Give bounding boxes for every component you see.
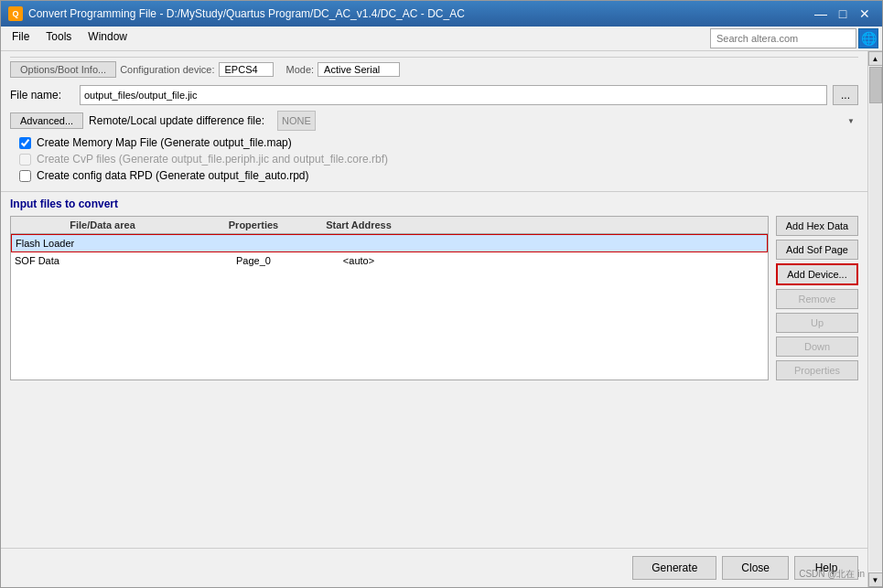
files-table: File/Data area Properties Start Address … [10,216,769,380]
menu-file[interactable]: File [5,28,37,48]
side-buttons: Add Hex Data Add Sof Page Add Device... … [776,216,858,380]
options-boot-button[interactable]: Options/Boot Info... [10,61,116,78]
row2-address: <auto> [313,255,404,266]
top-section: Options/Boot Info... Configuration devic… [1,51,867,192]
app-icon: Q [8,6,23,21]
add-sof-page-button[interactable]: Add Sof Page [776,240,858,260]
table-header: File/Data area Properties Start Address [11,217,768,234]
menu-tools[interactable]: Tools [38,28,79,48]
row1-file: Flash Loader [16,238,195,249]
properties-button[interactable]: Properties [776,360,858,380]
main-window: Q Convert Programming File - D:/MyStudy/… [0,0,883,588]
scrollbar: ▲ ▼ [867,51,882,587]
col-address-header: Start Address [313,219,404,230]
create-config-rpd-label: Create config data RPD (Generate output_… [37,169,309,182]
maximize-button[interactable]: □ [833,5,853,22]
create-memory-map-checkbox[interactable] [19,137,31,149]
scroll-track [869,67,882,572]
add-hex-data-button[interactable]: Add Hex Data [776,216,858,236]
create-config-rpd-checkbox[interactable] [19,170,31,182]
close-button-bottom[interactable]: Close [722,556,789,580]
config-device-label: Configuration device: [120,64,214,75]
table-row[interactable]: SOF Data Page_0 <auto> [11,252,768,269]
close-button[interactable]: ✕ [855,5,875,22]
down-button[interactable]: Down [776,337,858,357]
input-section: Input files to convert File/Data area Pr… [1,192,867,548]
row2-file: SOF Data [15,255,194,266]
options-row: Options/Boot Info... Configuration devic… [10,57,858,78]
remote-row: Advanced... Remote/Local update differen… [10,111,858,131]
file-name-input[interactable] [80,85,827,105]
config-device-value: EPCS4 [219,62,274,77]
watermark: CSDN @北在 in [799,568,865,581]
scroll-down-button[interactable]: ▼ [868,572,883,587]
search-globe-icon[interactable]: 🌐 [858,28,878,48]
chevron-down-icon: ▼ [847,117,855,125]
mode-label: Mode: [286,64,315,75]
cb1-row: Create Memory Map File (Generate output_… [19,136,858,149]
main-panel: Options/Boot Info... Configuration devic… [1,51,867,587]
input-content: File/Data area Properties Start Address … [10,216,858,380]
title-bar-left: Q Convert Programming File - D:/MyStudy/… [8,6,465,21]
mode-value: Active Serial [318,62,400,77]
browse-button[interactable]: ... [833,85,858,105]
row2-properties: Page_0 [194,255,313,266]
file-name-row: File name: ... [10,85,858,105]
minimize-button[interactable]: — [811,5,831,22]
scroll-up-button[interactable]: ▲ [868,51,883,66]
up-button[interactable]: Up [776,313,858,333]
create-memory-map-label: Create Memory Map File (Generate output_… [37,136,292,149]
menu-bar: File Tools Window 🌐 [1,27,882,51]
window-title: Convert Programming File - D:/MyStudy/Qu… [28,7,465,20]
add-device-button[interactable]: Add Device... [776,263,858,285]
create-cvp-label: Create CvP files (Generate output_file.p… [37,153,388,166]
bottom-bar: Generate Close Help [1,548,867,587]
cb2-row: Create CvP files (Generate output_file.p… [19,153,858,166]
title-controls: — □ ✕ [811,5,875,22]
create-cvp-checkbox[interactable] [19,154,31,166]
remote-select-wrapper: NONE ▼ [277,111,858,131]
search-input[interactable] [710,28,856,48]
remote-select[interactable]: NONE [277,111,316,131]
scroll-thumb[interactable] [869,67,882,103]
table-row[interactable]: Flash Loader [11,234,768,252]
generate-button[interactable]: Generate [632,556,716,580]
menu-window[interactable]: Window [81,28,135,48]
file-name-label: File name: [10,89,74,102]
col-file-header: File/Data area [11,219,194,230]
content-area: Options/Boot Info... Configuration devic… [1,51,882,587]
remote-label: Remote/Local update difference file: [89,114,272,127]
section-title: Input files to convert [10,198,858,210]
cb3-row: Create config data RPD (Generate output_… [19,169,858,182]
title-bar: Q Convert Programming File - D:/MyStudy/… [1,1,882,27]
col-properties-header: Properties [194,219,313,230]
advanced-button[interactable]: Advanced... [10,112,83,129]
remove-button[interactable]: Remove [776,289,858,309]
